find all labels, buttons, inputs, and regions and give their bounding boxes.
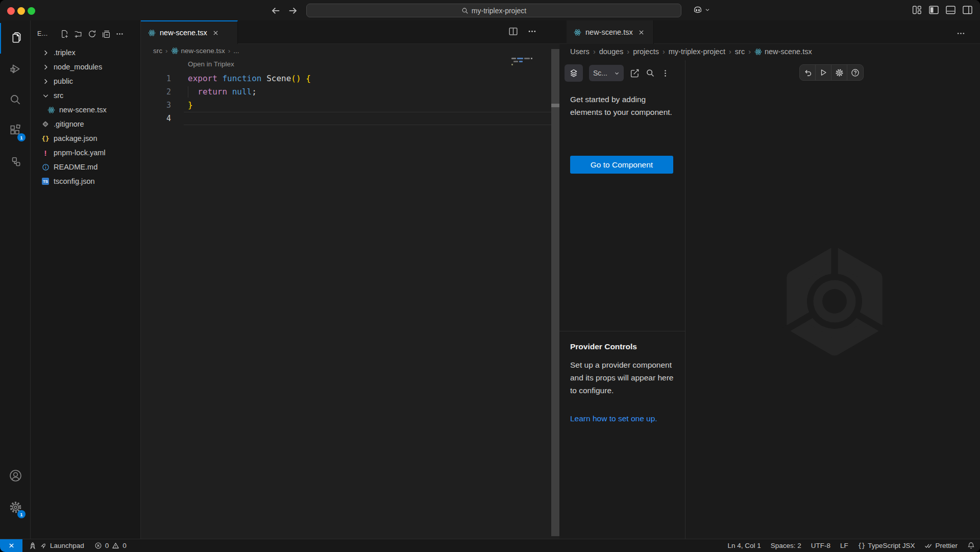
status-bar: Launchpad 0 0 Ln 4, Col 1Spaces: 2UTF-8L… (0, 539, 980, 552)
breadcrumb-item[interactable]: new-scene.tsx (171, 47, 225, 55)
errors-count: 0 (105, 542, 109, 549)
tab-new-scene[interactable]: new-scene.tsx (141, 20, 238, 44)
panel-tab-new-scene[interactable]: new-scene.tsx (567, 20, 654, 44)
code-editor[interactable]: 1export function Scene() {2 return null;… (141, 72, 551, 125)
tree-item-new-scene-tsx[interactable]: new-scene.tsx (31, 103, 140, 117)
scene-settings-gear-icon[interactable] (831, 65, 847, 80)
open-in-triplex-codelens[interactable]: Open in Triplex (188, 60, 234, 68)
search-view-icon[interactable] (0, 84, 31, 115)
panel-toolbar: Sc... (565, 64, 670, 82)
status-language-mode[interactable]: {}TypeScript JSX (858, 542, 915, 549)
warnings-count: 0 (122, 542, 127, 549)
forward-arrow-icon[interactable] (287, 5, 299, 17)
scene-layers-button[interactable] (565, 64, 583, 82)
code-line-3[interactable]: 3} (141, 99, 551, 112)
play-icon[interactable] (816, 65, 831, 80)
accounts-icon[interactable] (0, 460, 31, 491)
scene-viewport[interactable] (685, 59, 980, 539)
tab-close-icon[interactable] (211, 28, 220, 37)
provider-setup-link[interactable]: Learn how to set one up. (570, 414, 657, 423)
tree-item--triplex[interactable]: .triplex (31, 45, 140, 60)
exclaim-icon: ! (41, 148, 50, 157)
go-to-component-button[interactable]: Go to Component (570, 156, 673, 174)
help-icon[interactable] (847, 65, 863, 80)
small-rocket-icon (38, 541, 48, 551)
breadcrumb-item[interactable]: douges (599, 47, 624, 56)
minimize-window-button[interactable] (17, 7, 25, 15)
status-cursor-position[interactable]: Ln 4, Col 1 (727, 542, 761, 549)
chevron-right-icon (41, 77, 50, 86)
status-notifications[interactable] (967, 542, 975, 549)
status-indentation[interactable]: Spaces: 2 (771, 542, 801, 549)
code-line-1[interactable]: 1export function Scene() { (141, 72, 551, 85)
more-actions-icon[interactable] (115, 30, 124, 38)
breadcrumb-item[interactable]: projects (633, 47, 659, 56)
panel-kebab-icon[interactable] (661, 69, 670, 78)
breadcrumb-item[interactable]: ... (233, 47, 239, 55)
new-file-icon[interactable] (60, 30, 69, 38)
info-icon (41, 162, 50, 172)
title-bar: my-triplex-project (0, 0, 980, 20)
triplex-view-icon[interactable] (0, 147, 31, 178)
chevron-down-icon (41, 91, 50, 100)
tree-item-node-modules[interactable]: node_modules (31, 60, 140, 74)
triplex-panel: new-scene.tsx Users›douges›projects›my-t… (559, 20, 980, 539)
vscode-window: my-triplex-project (0, 0, 980, 552)
toggle-panel-icon[interactable] (945, 5, 956, 15)
zoom-window-button[interactable] (28, 7, 35, 15)
toggle-primary-sidebar-icon[interactable] (928, 5, 939, 15)
status-eol[interactable]: LF (840, 542, 848, 549)
copilot-menu[interactable] (692, 4, 710, 15)
tree-item-package-json[interactable]: {}package.json (31, 131, 140, 146)
tree-item-pnpm-lock-yaml[interactable]: !pnpm-lock.yaml (31, 146, 140, 160)
launchpad-label: Launchpad (50, 542, 84, 549)
git-icon (41, 119, 50, 129)
status-formatter[interactable]: Prettier (924, 542, 958, 549)
close-window-button[interactable] (7, 7, 15, 15)
ts-icon: TS (41, 177, 50, 186)
panel-search-icon[interactable] (646, 68, 655, 78)
scene-select-dropdown[interactable]: Sc... (589, 65, 624, 81)
explorer-view-icon[interactable] (0, 23, 31, 54)
edit-component-icon[interactable] (630, 68, 640, 78)
breadcrumb-item[interactable]: my-triplex-project (669, 47, 725, 56)
breadcrumb-item[interactable]: src (735, 47, 745, 56)
tree-item-tsconfig-json[interactable]: TStsconfig.json (31, 174, 140, 188)
react-file-icon (574, 29, 581, 36)
editor-more-actions-icon[interactable] (527, 27, 537, 36)
breadcrumb-item[interactable]: src (153, 47, 162, 55)
triplex-logo-watermark (776, 243, 893, 362)
tree-item-src[interactable]: src (31, 88, 140, 103)
command-center-search[interactable]: my-triplex-project (306, 4, 681, 17)
breadcrumb-item[interactable]: new-scene.tsx (754, 47, 812, 56)
collapse-all-icon[interactable] (102, 30, 110, 38)
run-debug-view-icon[interactable] (0, 54, 31, 84)
code-line-2[interactable]: 2 return null; (141, 85, 551, 99)
panel-breadcrumb[interactable]: Users›douges›projects›my-triplex-project… (559, 44, 980, 59)
customize-layout-icon[interactable] (912, 5, 922, 15)
extensions-badge: 1 (17, 133, 26, 141)
tree-item-public[interactable]: public (31, 74, 140, 88)
settings-gear-icon[interactable]: 1 (0, 492, 31, 522)
back-arrow-icon[interactable] (270, 5, 282, 17)
minimap[interactable] (511, 57, 535, 71)
new-folder-icon[interactable] (74, 30, 83, 38)
problems-status-item[interactable]: 0 0 (94, 542, 127, 549)
split-editor-icon[interactable] (508, 27, 518, 36)
tree-item--gitignore[interactable]: .gitignore (31, 117, 140, 131)
refresh-icon[interactable] (88, 30, 96, 38)
code-line-4[interactable]: 4 (141, 112, 551, 125)
rocket-icon (29, 542, 37, 550)
editor-scrollbar[interactable] (551, 49, 559, 536)
launchpad-status-item[interactable]: Launchpad (29, 542, 84, 550)
breadcrumb-item[interactable]: Users (570, 47, 590, 56)
status-encoding[interactable]: UTF-8 (811, 542, 830, 549)
undo-icon[interactable] (800, 65, 816, 80)
extensions-view-icon[interactable]: 1 (0, 115, 31, 146)
editor-breadcrumb[interactable]: src›new-scene.tsx›... (141, 44, 559, 57)
panel-tab-close-icon[interactable] (637, 28, 646, 37)
tree-item-readme-md[interactable]: README.md (31, 160, 140, 174)
toggle-secondary-sidebar-icon[interactable] (962, 5, 973, 15)
remote-indicator[interactable] (0, 539, 22, 552)
panel-more-actions-icon[interactable] (956, 29, 966, 38)
